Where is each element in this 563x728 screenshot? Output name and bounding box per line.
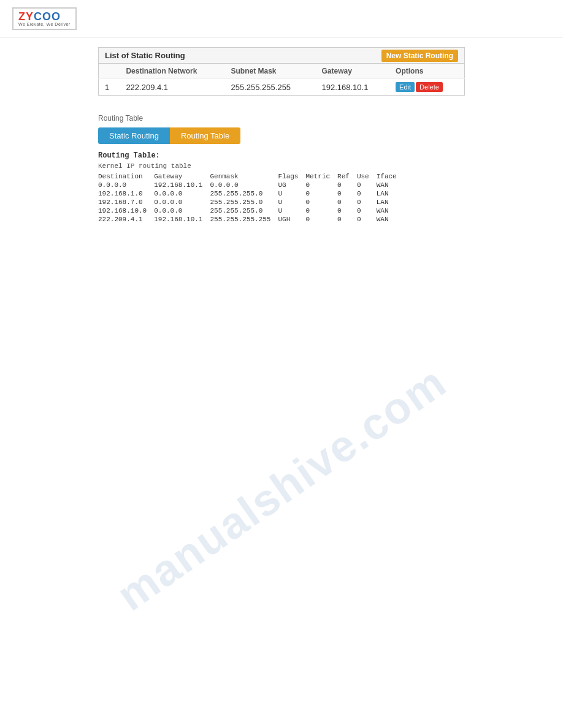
watermark: manualshive.com (108, 357, 456, 621)
col-header-row: Destination Network Subnet Mask Gateway … (99, 64, 465, 79)
routing-table-row: 192.168.7.00.0.0.0255.255.255.0U000LAN (98, 198, 404, 207)
routing-cell-genmask: 255.255.255.0 (210, 189, 278, 198)
routing-cell-gateway: 0.0.0.0 (154, 207, 210, 215)
routing-cell-flags: UGH (278, 215, 305, 224)
routing-cell-destination: 192.168.10.0 (98, 207, 154, 215)
routing-cell-gateway: 0.0.0.0 (154, 198, 210, 207)
routing-cell-genmask: 255.255.255.0 (210, 198, 278, 207)
routing-cell-destination: 192.168.7.0 (98, 198, 154, 207)
col-ref: Ref (337, 172, 357, 181)
routing-table-section-title: Routing Table: (98, 151, 465, 160)
table-row: 1 222.209.4.1 255.255.255.255 192.168.10… (99, 79, 465, 96)
static-routing-section: List of Static Routing New Static Routin… (98, 47, 465, 96)
logo-blue: COO (34, 10, 61, 23)
routing-cell-use: 0 (357, 207, 377, 215)
routing-cell-flags: UG (278, 181, 305, 189)
routing-table-row: 192.168.10.00.0.0.0255.255.255.0U000WAN (98, 207, 404, 215)
content-area: List of Static Routing New Static Routin… (0, 38, 563, 233)
col-subnet: Subnet Mask (225, 64, 316, 79)
col-flags: Flags (278, 172, 305, 181)
routing-cell-metric: 0 (305, 181, 337, 189)
routing-table-content: Routing Table: Kernel IP routing table D… (98, 151, 465, 224)
routing-cell-metric: 0 (305, 207, 337, 215)
routing-cell-flags: U (278, 207, 305, 215)
routing-cell-destination: 0.0.0.0 (98, 181, 154, 189)
col-gateway: Gateway (315, 64, 389, 79)
routing-cell-iface: WAN (377, 207, 404, 215)
routing-table-section: Routing Table Static Routing Routing Tab… (98, 114, 465, 224)
routing-table-row: 0.0.0.0192.168.10.10.0.0.0UG000WAN (98, 181, 404, 189)
routing-cell-use: 0 (357, 181, 377, 189)
routing-cell-gateway: 192.168.10.1 (154, 215, 210, 224)
routing-cell-flags: U (278, 189, 305, 198)
routing-col-headers: Destination Gateway Genmask Flags Metric… (98, 172, 404, 181)
routing-cell-ref: 0 (337, 207, 357, 215)
routing-table-sub-title: Kernel IP routing table (98, 162, 465, 170)
routing-table-row: 222.209.4.1192.168.10.1255.255.255.255UG… (98, 215, 404, 224)
routing-table-label: Routing Table (98, 114, 465, 123)
col-genmask: Genmask (210, 172, 278, 181)
routing-cell-flags: U (278, 198, 305, 207)
table-header-row: List of Static Routing New Static Routin… (99, 48, 465, 64)
logo-area: ZYCOO We Elevate, We Deliver (0, 0, 563, 38)
row-gateway: 192.168.10.1 (315, 79, 389, 96)
edit-button[interactable]: Edit (396, 82, 415, 92)
col-index (99, 64, 120, 79)
routing-cell-iface: WAN (377, 215, 404, 224)
routing-cell-iface: LAN (377, 189, 404, 198)
new-static-routing-button[interactable]: New Static Routing (381, 50, 458, 62)
col-use: Use (357, 172, 377, 181)
col-gw: Gateway (154, 172, 210, 181)
routing-cell-genmask: 0.0.0.0 (210, 181, 278, 189)
logo-box: ZYCOO We Elevate, We Deliver (12, 7, 77, 30)
routing-cell-metric: 0 (305, 215, 337, 224)
row-subnet: 255.255.255.255 (225, 79, 316, 96)
routing-cell-iface: WAN (377, 181, 404, 189)
routing-cell-metric: 0 (305, 189, 337, 198)
col-iface: Iface (377, 172, 404, 181)
routing-cell-destination: 192.168.1.0 (98, 189, 154, 198)
logo-tagline: We Elevate, We Deliver (18, 22, 71, 26)
routing-table-row: 192.168.1.00.0.0.0255.255.255.0U000LAN (98, 189, 404, 198)
row-destination: 222.209.4.1 (120, 79, 224, 96)
routing-cell-destination: 222.209.4.1 (98, 215, 154, 224)
logo-red: ZY (18, 10, 34, 23)
col-options: Options (389, 64, 464, 79)
routing-cell-use: 0 (357, 198, 377, 207)
routing-cell-use: 0 (357, 189, 377, 198)
row-index: 1 (99, 79, 120, 96)
routing-cell-use: 0 (357, 215, 377, 224)
tab-static-routing[interactable]: Static Routing (98, 127, 170, 144)
tab-buttons: Static Routing Routing Table (98, 127, 465, 144)
routing-cell-iface: LAN (377, 198, 404, 207)
routing-cell-ref: 0 (337, 215, 357, 224)
routing-cell-genmask: 255.255.255.0 (210, 207, 278, 215)
row-options: EditDelete (389, 79, 464, 96)
routing-data-table: Destination Gateway Genmask Flags Metric… (98, 172, 404, 224)
routing-cell-ref: 0 (337, 198, 357, 207)
routing-cell-genmask: 255.255.255.255 (210, 215, 278, 224)
routing-cell-gateway: 0.0.0.0 (154, 189, 210, 198)
tab-routing-table[interactable]: Routing Table (170, 127, 240, 144)
static-routing-table: List of Static Routing New Static Routin… (98, 47, 465, 96)
col-dest: Destination (98, 172, 154, 181)
col-metric: Metric (305, 172, 337, 181)
routing-cell-metric: 0 (305, 198, 337, 207)
routing-cell-ref: 0 (337, 181, 357, 189)
logo-text: ZYCOO (18, 11, 71, 22)
routing-cell-ref: 0 (337, 189, 357, 198)
section-title: List of Static Routing (99, 48, 316, 64)
delete-button[interactable]: Delete (416, 82, 443, 92)
col-destination: Destination Network (120, 64, 224, 79)
routing-cell-gateway: 192.168.10.1 (154, 181, 210, 189)
